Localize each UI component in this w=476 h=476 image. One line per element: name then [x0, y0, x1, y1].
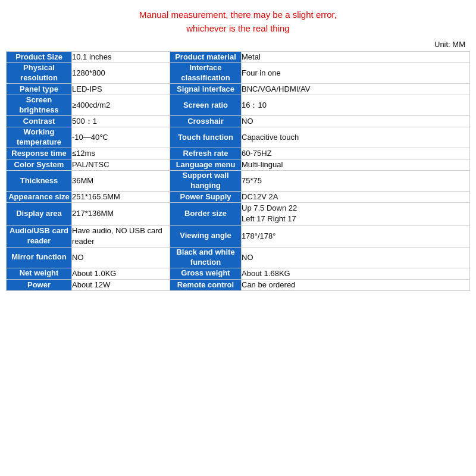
table-row: Appearance size251*165.5MMPower SupplyDC…	[7, 192, 470, 203]
left-label-cell: Thickness	[7, 171, 72, 192]
spec-table: Product Size10.1 inchesProduct materialM…	[6, 51, 470, 291]
left-value-cell: 1280*800	[72, 63, 170, 84]
left-label-cell: Appearance size	[7, 192, 72, 203]
right-value-cell: Four in one	[242, 63, 470, 84]
right-value-cell: Multi-lingual	[242, 159, 470, 171]
left-label-cell: Audio/USB card reader	[7, 225, 72, 247]
right-value-cell: 16：10	[242, 95, 470, 116]
table-row: Audio/USB card readerHave audio, NO USB …	[7, 225, 470, 247]
table-row: Display area217*136MMBorder sizeUp 7.5 D…	[7, 203, 470, 225]
right-value-cell: BNC/VGA/HDMI/AV	[242, 83, 470, 95]
right-value-cell: Metal	[242, 52, 470, 63]
left-label-cell: Net weight	[7, 268, 72, 279]
table-row: Contrast500：1CrosshairNO	[7, 115, 470, 127]
left-label-cell: Mirror function	[7, 248, 72, 268]
right-label-cell: Power Supply	[170, 192, 242, 203]
left-value-cell: ≥400cd/m2	[72, 95, 170, 116]
right-label-cell: Language menu	[170, 159, 242, 171]
left-label-cell: Response time	[7, 148, 72, 159]
right-label-cell: Touch function	[170, 127, 242, 148]
right-label-cell: Interface classification	[170, 63, 242, 84]
table-row: Net weightAbout 1.0KGGross weightAbout 1…	[7, 268, 470, 279]
right-label-cell: Screen ratio	[170, 95, 242, 116]
right-value-cell: 60-75HZ	[242, 148, 470, 159]
right-label-cell: Product material	[170, 52, 242, 63]
table-row: Screen brightness≥400cd/m2Screen ratio16…	[7, 95, 470, 116]
warning-line1: Manual measurement, there may be a sligh…	[6, 8, 470, 22]
table-row: Mirror functionNOBlack and white functio…	[7, 248, 470, 268]
left-value-cell: NO	[72, 248, 170, 268]
right-value-cell: Can be ordered	[242, 279, 470, 290]
right-value-cell: NO	[242, 115, 470, 127]
right-label-cell: Refresh rate	[170, 148, 242, 159]
left-label-cell: Panel type	[7, 83, 72, 95]
left-value-cell: -10—40℃	[72, 127, 170, 148]
left-value-cell: 217*136MM	[72, 203, 170, 225]
table-row: Panel typeLED-IPSSignal interfaceBNC/VGA…	[7, 83, 470, 95]
right-value-cell: Up 7.5 Down 22Left 17 Right 17	[242, 203, 470, 225]
table-row: Physical resolution1280*800Interface cla…	[7, 63, 470, 84]
right-label-cell: Support wall hanging	[170, 171, 242, 192]
right-label-cell: Signal interface	[170, 83, 242, 95]
left-value-cell: 10.1 inches	[72, 52, 170, 63]
left-label-cell: Physical resolution	[7, 63, 72, 84]
table-row: Color SystemPAL/NTSCLanguage menuMulti-l…	[7, 159, 470, 171]
left-value-cell: About 12W	[72, 279, 170, 290]
right-label-cell: Viewing angle	[170, 225, 242, 247]
left-value-cell: ≤12ms	[72, 148, 170, 159]
table-row: Thickness36MMSupport wall hanging75*75	[7, 171, 470, 192]
right-label-cell: Black and white function	[170, 248, 242, 268]
left-value-cell: LED-IPS	[72, 83, 170, 95]
right-value-cell: NO	[242, 248, 470, 268]
right-value-cell: Capacitive touch	[242, 127, 470, 148]
table-row: Response time≤12msRefresh rate60-75HZ	[7, 148, 470, 159]
left-label-cell: Screen brightness	[7, 95, 72, 116]
right-value-cell: 75*75	[242, 171, 470, 192]
unit-label: Unit: MM	[0, 39, 476, 51]
right-value-cell: DC12V 2A	[242, 192, 470, 203]
header-warning: Manual measurement, there may be a sligh…	[0, 0, 476, 39]
left-label-cell: Working temperature	[7, 127, 72, 148]
right-label-cell: Border size	[170, 203, 242, 225]
left-value-cell: 500：1	[72, 115, 170, 127]
right-label-cell: Remote control	[170, 279, 242, 290]
right-label-cell: Gross weight	[170, 268, 242, 279]
left-label-cell: Power	[7, 279, 72, 290]
left-value-cell: 251*165.5MM	[72, 192, 170, 203]
left-label-cell: Product Size	[7, 52, 72, 63]
right-value-cell: 178°/178°	[242, 225, 470, 247]
left-label-cell: Color System	[7, 159, 72, 171]
left-label-cell: Display area	[7, 203, 72, 225]
table-row: Product Size10.1 inchesProduct materialM…	[7, 52, 470, 63]
left-value-cell: About 1.0KG	[72, 268, 170, 279]
left-value-cell: PAL/NTSC	[72, 159, 170, 171]
table-row: Working temperature-10—40℃Touch function…	[7, 127, 470, 148]
table-row: PowerAbout 12WRemote controlCan be order…	[7, 279, 470, 290]
warning-line2: whichever is the real thing	[6, 22, 470, 36]
left-label-cell: Contrast	[7, 115, 72, 127]
left-value-cell: Have audio, NO USB card reader	[72, 225, 170, 247]
left-value-cell: 36MM	[72, 171, 170, 192]
right-label-cell: Crosshair	[170, 115, 242, 127]
right-value-cell: About 1.68KG	[242, 268, 470, 279]
